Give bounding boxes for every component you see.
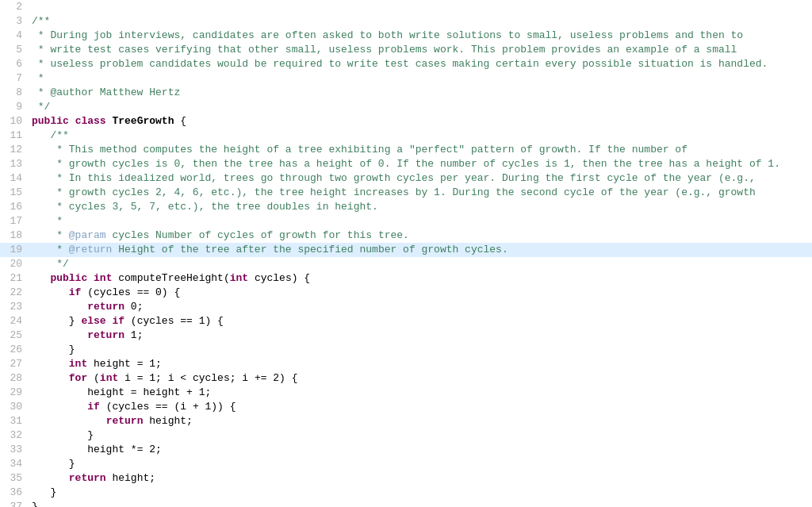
kw-token: if	[87, 401, 100, 413]
line-content: height *= 2;	[29, 443, 812, 457]
code-table: 2 3/**4 * During job interviews, candida…	[0, 0, 812, 507]
plain-token: height	[87, 358, 136, 370]
line-content: return 1;	[29, 328, 812, 343]
line-content: * write test cases verifying that other …	[29, 43, 812, 57]
line-number: 15	[0, 186, 29, 200]
line-content: }	[29, 457, 812, 471]
line-number: 19	[0, 243, 29, 257]
plain-token: 1; i	[143, 372, 180, 384]
code-editor: 2 3/**4 * During job interviews, candida…	[0, 0, 812, 507]
plain-token: 1) {	[193, 315, 224, 327]
line-content: }	[29, 343, 812, 357]
line-number: 20	[0, 257, 29, 271]
plain-token: (	[87, 372, 100, 384]
table-row: 13 * growth cycles is 0, then the tree h…	[0, 157, 812, 171]
line-number: 6	[0, 57, 29, 71]
line-content: }	[29, 486, 812, 500]
javadoc-tag-token: @return	[69, 244, 113, 255]
table-row: 24 } else if (cycles == 1) {	[0, 314, 812, 328]
comment-token: */	[32, 258, 69, 270]
line-number: 3	[0, 14, 29, 29]
line-number: 8	[0, 86, 29, 100]
comment-token: /**	[50, 129, 68, 141]
line-content: int height = 1;	[29, 357, 812, 371]
line-number: 33	[0, 443, 29, 457]
line-number: 4	[0, 29, 29, 43]
table-row: 27 int height = 1;	[0, 357, 812, 371]
line-number: 35	[0, 471, 29, 486]
op-token: +	[186, 386, 193, 398]
comment-token: * growth cycles is 0, then the tree has …	[32, 158, 780, 170]
line-content: */	[29, 257, 812, 271]
table-row: 20 */	[0, 257, 812, 271]
plain-token	[32, 415, 106, 427]
plain-token: 1)) {	[199, 401, 236, 413]
line-content: /**	[29, 129, 812, 143]
kw-token: public	[32, 115, 69, 127]
line-number: 14	[0, 171, 29, 186]
line-content: */	[29, 100, 812, 114]
op-token: ==	[137, 286, 150, 298]
line-number: 13	[0, 157, 29, 171]
comment-token: */	[32, 101, 50, 113]
line-content: if (cycles == 0) {	[29, 286, 812, 300]
table-row: 2	[0, 0, 812, 14]
line-number: 27	[0, 357, 29, 371]
plain-token: cycles) {	[248, 272, 310, 284]
op-token: <	[180, 372, 186, 384]
table-row: 19 * @return Height of the tree after th…	[0, 243, 812, 257]
plain-token: }	[32, 486, 56, 498]
line-content: }	[29, 428, 812, 443]
plain-token	[69, 115, 75, 127]
plain-token: 1;	[143, 358, 161, 370]
plain-token: i	[118, 372, 136, 384]
comment-token: * cycles 3, 5, 7, etc.), the tree double…	[32, 201, 378, 213]
line-content: for (int i = 1; i < cycles; i += 2) {	[29, 371, 812, 386]
line-number: 2	[0, 0, 29, 14]
plain-token: height	[32, 444, 131, 455]
line-content: * cycles 3, 5, 7, etc.), the tree double…	[29, 200, 812, 214]
kw-token: int	[69, 358, 87, 370]
line-number: 9	[0, 100, 29, 114]
comment-token: * @author Matthew Hertz	[32, 86, 180, 98]
line-content: *	[29, 71, 812, 86]
kw-token: int	[94, 272, 112, 284]
table-row: 12 * This method computes the height of …	[0, 143, 812, 157]
line-number: 29	[0, 386, 29, 400]
table-row: 35 return height;	[0, 471, 812, 486]
line-content: * @author Matthew Hertz	[29, 86, 812, 100]
comment-token: *	[32, 229, 69, 241]
line-number: 7	[0, 71, 29, 86]
plain-token: {	[174, 115, 186, 127]
table-row: 33 height *= 2;	[0, 443, 812, 457]
table-row: 36 }	[0, 486, 812, 500]
plain-token: (	[224, 272, 230, 284]
plain-token: (cycles	[100, 401, 155, 413]
op-token: +=	[255, 372, 267, 384]
line-number: 18	[0, 229, 29, 243]
line-content: /**	[29, 14, 812, 29]
line-number: 12	[0, 143, 29, 157]
line-content: public class TreeGrowth {	[29, 114, 812, 129]
table-row: 21 public int computeTreeHeight(int cycl…	[0, 271, 812, 286]
line-content: * growth cycles 2, 4, 6, etc.), the tree…	[29, 186, 812, 200]
comment-token: Height of the tree after the specified n…	[112, 244, 508, 255]
line-content: * This method computes the height of a t…	[29, 143, 812, 157]
kw-token: int	[100, 372, 118, 384]
table-row: 34 }	[0, 457, 812, 471]
line-content: * In this idealized world, trees go thro…	[29, 171, 812, 186]
line-number: 24	[0, 314, 29, 328]
table-row: 16 * cycles 3, 5, 7, etc.), the tree dou…	[0, 200, 812, 214]
line-number: 16	[0, 200, 29, 214]
comment-token: * This method computes the height of a t…	[32, 144, 688, 156]
line-content: } else if (cycles == 1) {	[29, 314, 812, 328]
plain-token	[32, 372, 69, 384]
plain-token	[32, 358, 69, 370]
kw-token: else	[81, 315, 105, 327]
plain-token: (i	[168, 401, 193, 413]
line-content: * @return Height of the tree after the s…	[29, 243, 812, 257]
kw-token: class	[75, 115, 106, 127]
table-row: 22 if (cycles == 0) {	[0, 286, 812, 300]
table-row: 37}	[0, 500, 812, 507]
line-number: 34	[0, 457, 29, 471]
